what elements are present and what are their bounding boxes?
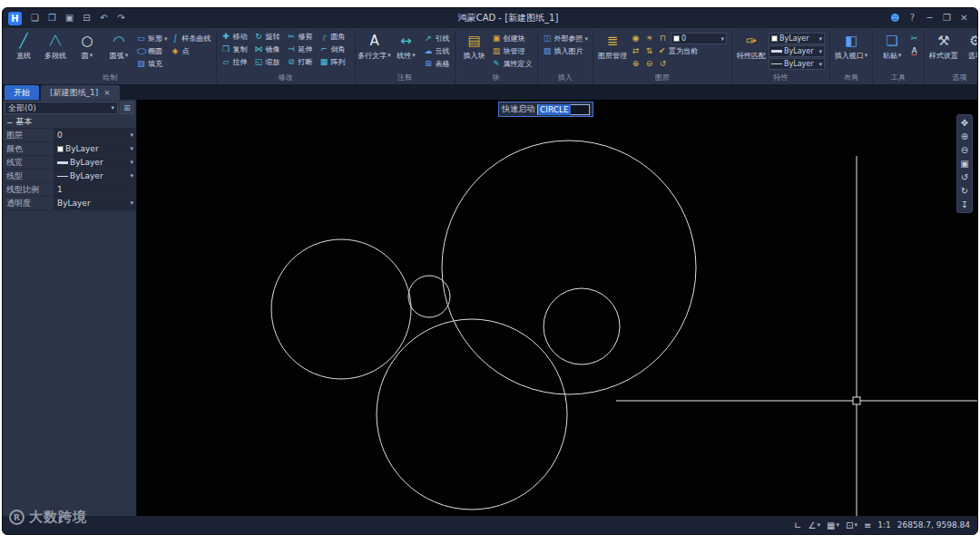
tool-create-block[interactable]: ▣创建块 [492, 33, 533, 44]
drawing-circle[interactable] [408, 276, 450, 317]
color-property-dropdown[interactable]: ByLayer ▾ [54, 142, 136, 155]
tool-spell-check[interactable]: A [909, 45, 919, 57]
tool-trim[interactable]: ✂修剪 [287, 31, 318, 43]
tool-arc[interactable]: ◠ 圆弧▾ [104, 31, 133, 61]
tool-mtext[interactable]: A 多行文字▾ [360, 31, 389, 61]
open-file-icon[interactable]: ❒ [44, 11, 60, 25]
layer-off-icon[interactable]: ⊖ [643, 58, 655, 70]
tool-break[interactable]: ⊘打断 [287, 56, 318, 68]
tool-rectangle[interactable]: ▭ 矩形 ▾ [136, 33, 168, 44]
selection-filter-dropdown[interactable]: 全部(0) ▾ [5, 102, 118, 114]
tool-mirror[interactable]: ⋈镜像 [254, 44, 285, 55]
tool-copy[interactable]: ❐复制 [221, 44, 252, 55]
layer-on-icon[interactable]: ⊕ [630, 58, 642, 70]
tool-insert-viewport[interactable]: ◧ 插入视口▾ [835, 31, 867, 61]
tool-extend[interactable]: ⊣延伸 [287, 44, 318, 55]
lineweight-dropdown[interactable]: ByLayer ▾ [769, 45, 825, 57]
status-menu-button[interactable]: ≡ [864, 520, 871, 530]
tool-leader[interactable]: ↗引线 [424, 33, 450, 44]
color-dropdown[interactable]: ByLayer ▾ [769, 33, 825, 44]
linetype-property-dropdown[interactable]: ByLayer ▾ [54, 170, 136, 182]
zoom-extents-button[interactable]: ▣ [957, 157, 972, 170]
tool-xref[interactable]: ◫外部参照▾ [543, 33, 589, 44]
tool-rotate[interactable]: ↻旋转 [254, 31, 285, 43]
layer-dropdown[interactable]: 0 ▾ [671, 33, 727, 44]
help-icon[interactable]: ? [905, 11, 920, 25]
tool-array[interactable]: ▦阵列 [319, 56, 350, 68]
tool-insert-image[interactable]: ▧插入图片 [543, 45, 589, 57]
tool-hatch[interactable]: ▨ 填充 [136, 58, 168, 70]
scale-indicator[interactable]: 1:1 [877, 520, 890, 529]
drawing-circle[interactable] [377, 319, 567, 510]
orbit-left-button[interactable]: ↺ [957, 170, 972, 184]
object-snap-toggle[interactable]: ⊡▾ [846, 520, 858, 530]
orbit-right-button[interactable]: ↻ [957, 184, 972, 198]
layer-freeze-icon[interactable]: ☀ [643, 33, 655, 44]
lineweight-property-dropdown[interactable]: ByLayer ▾ [54, 156, 136, 169]
transparency-property-dropdown[interactable]: ByLayer ▾ [54, 197, 136, 209]
pan-button[interactable]: ✥ [957, 116, 972, 130]
layer-lock-icon[interactable]: ⊓ [657, 33, 669, 44]
layer-visibility-icon[interactable]: ◉ [630, 33, 642, 44]
tool-match-properties[interactable]: ✑ 特性匹配 [737, 31, 766, 61]
tab-close-icon[interactable]: × [103, 88, 111, 97]
tool-scale[interactable]: ◱缩放 [254, 56, 285, 68]
tool-attribute-define[interactable]: ✎属性定义 [492, 58, 533, 70]
drawing-circle[interactable] [544, 288, 620, 364]
zoom-out-button[interactable]: ⊖ [957, 143, 972, 157]
tool-ellipse[interactable]: ○ 椭圆 [136, 45, 168, 57]
layer-restore-icon[interactable]: ↺ [657, 58, 669, 70]
redo-icon[interactable]: ↷ [113, 11, 129, 25]
tool-options[interactable]: ⚙ 选项 [961, 31, 977, 61]
polar-tracking-toggle[interactable]: ∠▾ [808, 520, 820, 530]
tool-line[interactable]: ╱ 直线 [9, 31, 38, 61]
tool-paste[interactable]: ❏ 粘贴▾ [877, 31, 906, 61]
tool-linear-dimension[interactable]: ↔ 线性▾ [392, 31, 421, 61]
tool-table[interactable]: ⊞表格 [424, 58, 450, 70]
break-icon: ⊘ [287, 56, 297, 68]
tool-revcloud[interactable]: ☁云线 [424, 45, 450, 57]
drawing-circle[interactable] [271, 239, 411, 379]
tool-polyline[interactable]: ╱╲ 多段线 [41, 31, 70, 61]
close-button[interactable]: ✕ [956, 11, 972, 25]
tool-chamfer[interactable]: ⌐倒角 [319, 44, 350, 55]
zoom-in-button[interactable]: ⊕ [957, 130, 972, 143]
command-input[interactable]: CIRCLE [537, 104, 590, 115]
layer-property-dropdown[interactable]: 0 ▾ [54, 129, 136, 141]
layer-previous-icon[interactable]: ⇅ [643, 45, 655, 57]
download-view-button[interactable]: ↧ [957, 198, 972, 211]
property-label: 透明度 [3, 197, 54, 209]
tool-fillet[interactable]: ╭圆角 [319, 31, 350, 43]
tool-block-manager[interactable]: ▥块管理 [492, 45, 533, 57]
layer-isolate-icon[interactable]: ⇄ [630, 45, 642, 57]
tool-cut[interactable]: ✂ [909, 33, 919, 44]
ortho-toggle[interactable]: ∟ [794, 520, 801, 530]
tool-point[interactable]: ◈ 点 [171, 45, 211, 57]
grid-snap-toggle[interactable]: ▦▾ [827, 520, 839, 530]
plot-icon[interactable]: ⊟ [79, 11, 94, 25]
app-logo-icon[interactable]: H [8, 12, 22, 25]
tool-stretch[interactable]: ▱拉伸 [221, 56, 252, 68]
tool-layer-manager[interactable]: ≣ 图层管理 [598, 31, 627, 61]
tool-move[interactable]: ✚移动 [221, 31, 252, 43]
tab-start[interactable]: 开始 [5, 85, 39, 100]
linetype-dropdown[interactable]: ByLayer ▾ [769, 58, 825, 70]
tool-spline[interactable]: ∫ 样条曲线 [171, 33, 211, 44]
tool-circle[interactable]: ○ 圆▾ [73, 31, 102, 61]
maximize-button[interactable]: ❐ [939, 11, 955, 25]
drawing-canvas[interactable]: 快速启动 CIRCLE ✥ ⊕ ⊖ ▣ ↺ ↻ ↧ [137, 100, 977, 516]
tool-style-settings[interactable]: ⚒ 样式设置 [929, 31, 958, 61]
tool-ellipse-label: 椭圆 [148, 46, 162, 56]
quick-select-button[interactable]: ⊞ [120, 102, 134, 114]
minimize-button[interactable]: ─ [922, 11, 937, 25]
set-current-layer-button[interactable]: ✔ 置为当前 [657, 45, 698, 57]
tool-insert-block[interactable]: ▤ 插入块 [460, 31, 489, 61]
undo-icon[interactable]: ↶ [96, 11, 112, 25]
linetype-scale-field[interactable]: 1 [54, 183, 136, 196]
section-general[interactable]: − 基本 [3, 116, 136, 129]
user-account-icon[interactable]: ☻ [887, 11, 903, 25]
save-file-icon[interactable]: ▣ [62, 11, 77, 25]
drawing-circle[interactable] [442, 141, 696, 394]
new-file-icon[interactable]: ❏ [27, 11, 43, 25]
tab-document[interactable]: [新建图纸_1] × [41, 85, 120, 100]
